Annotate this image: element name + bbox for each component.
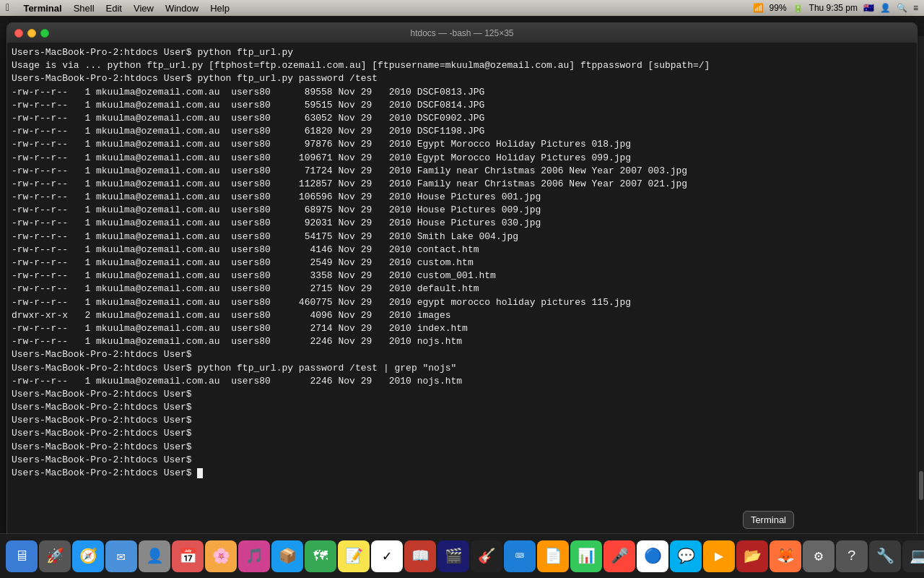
dock-item-4[interactable]: 💻 xyxy=(902,540,924,572)
terminal-line: drwxr-xr-x 2 mkuulma@ozemail.com.au user… xyxy=(12,309,912,322)
terminal-line: -rw-r--r-- 1 mkuulma@ozemail.com.au user… xyxy=(12,243,912,256)
minimize-button[interactable] xyxy=(27,29,36,38)
menubar-clock: Thu 9:35 pm xyxy=(809,3,858,13)
terminal-cursor xyxy=(197,468,203,478)
dock-item-maps[interactable]: 🗺 xyxy=(305,540,336,572)
dock-item-keynote[interactable]: 🎤 xyxy=(603,540,635,572)
terminal-content[interactable]: Users-MacBook-Pro-2:htdocs User$ python … xyxy=(7,43,917,542)
terminal-line: -rw-r--r-- 1 mkuulma@ozemail.com.au user… xyxy=(12,375,912,388)
terminal-line: Users-MacBook-Pro-2:htdocs User$ python … xyxy=(12,362,912,375)
terminal-line: Users-MacBook-Pro-2:htdocs User$ xyxy=(12,388,912,401)
dock-item-garageband[interactable]: 🎸 xyxy=(471,540,502,572)
menubar-battery-icon: 🔋 xyxy=(793,3,803,13)
terminal-line: -rw-r--r-- 1 mkuulma@ozemail.com.au user… xyxy=(12,165,912,178)
terminal-line: Users-MacBook-Pro-2:htdocs User$ xyxy=(12,401,912,414)
dock-item-launchpad[interactable]: 🚀 xyxy=(39,540,71,572)
terminal-line: -rw-r--r-- 1 mkuulma@ozemail.com.au user… xyxy=(12,138,912,151)
terminal-line: -rw-r--r-- 1 mkuulma@ozemail.com.au user… xyxy=(12,86,912,99)
menubar-search-icon[interactable]: 🔍 xyxy=(897,3,907,13)
dock-item-reminders[interactable]: ✓ xyxy=(371,540,403,572)
terminal-tooltip: Terminal xyxy=(743,511,794,529)
terminal-line: -rw-r--r-- 1 mkuulma@ozemail.com.au user… xyxy=(12,230,912,243)
terminal-line: -rw-r--r-- 1 mkuulma@ozemail.com.au user… xyxy=(12,204,912,217)
dock-item-firefox[interactable]: 🦊 xyxy=(770,540,801,572)
dock-item-chrome[interactable]: 🔵 xyxy=(637,540,668,572)
dock-item-vlc[interactable]: ▶ xyxy=(703,540,735,572)
dock-item-pages[interactable]: 📄 xyxy=(537,540,569,572)
dock-item-3[interactable]: 🔧 xyxy=(869,540,901,572)
menu-view[interactable]: View xyxy=(134,3,154,14)
terminal-line-last: Users-MacBook-Pro-2:htdocs User$ xyxy=(12,467,912,480)
menubar-list-icon[interactable]: ≡ xyxy=(913,3,918,13)
terminal-line: -rw-r--r-- 1 mkuulma@ozemail.com.au user… xyxy=(12,99,912,112)
terminal-line: -rw-r--r-- 1 mkuulma@ozemail.com.au user… xyxy=(12,322,912,335)
terminal-line: -rw-r--r-- 1 mkuulma@ozemail.com.au user… xyxy=(12,125,912,138)
terminal-line: -rw-r--r-- 1 mkuulma@ozemail.com.au user… xyxy=(12,296,912,309)
menubar-right: 📶 99% 🔋 Thu 9:35 pm 🇦🇺 👤 🔍 ≡ xyxy=(753,3,918,13)
dock-item-appstore[interactable]: 📦 xyxy=(271,540,303,572)
dock-item-xcode[interactable]: ⌨ xyxy=(504,540,536,572)
dock-item-system-prefs[interactable]: ⚙ xyxy=(803,540,834,572)
dock-item-book[interactable]: 📖 xyxy=(404,540,436,572)
terminal-window: htdocs — -bash — 125×35 Users-MacBook-Pr… xyxy=(6,22,918,543)
terminal-line: -rw-r--r-- 1 mkuulma@ozemail.com.au user… xyxy=(12,256,912,269)
terminal-line: Users-MacBook-Pro-2:htdocs User$ python … xyxy=(12,46,912,59)
menubar-user-icon[interactable]: 👤 xyxy=(880,3,891,13)
terminal-line: -rw-r--r-- 1 mkuulma@ozemail.com.au user… xyxy=(12,282,912,296)
dock-item-safari[interactable]: 🧭 xyxy=(72,540,104,572)
terminal-line: Users-MacBook-Pro-2:htdocs User$ xyxy=(12,414,912,427)
terminal-line: -rw-r--r-- 1 mkuulma@ozemail.com.au user… xyxy=(12,178,912,191)
terminal-line: -rw-r--r-- 1 mkuulma@ozemail.com.au user… xyxy=(12,269,912,282)
terminal-line: Users-MacBook-Pro-2:htdocs User$ xyxy=(12,348,912,361)
terminal-line: Users-MacBook-Pro-2:htdocs User$ xyxy=(12,454,912,467)
menubar-flag-icon[interactable]: 🇦🇺 xyxy=(863,3,874,13)
terminal-line: -rw-r--r-- 1 mkuulma@ozemail.com.au user… xyxy=(12,152,912,165)
close-button[interactable] xyxy=(14,29,23,38)
terminal-line: Users-MacBook-Pro-2:htdocs User$ python … xyxy=(12,72,912,85)
dock-item-calendar[interactable]: 📅 xyxy=(172,540,204,572)
terminal-line: -rw-r--r-- 1 mkuulma@ozemail.com.au user… xyxy=(12,335,912,348)
title-bar: htdocs — -bash — 125×35 xyxy=(7,23,917,43)
dock: 🖥 🚀 🧭 ✉ 👤 📅 🌸 🎵 📦 🗺 📝 ✓ 📖 🎬 🎸 ⌨ 📄 📊 🎤 🔵 … xyxy=(0,533,924,578)
dock-item-contacts[interactable]: 👤 xyxy=(139,540,170,572)
dock-item-imovie[interactable]: 🎬 xyxy=(437,540,469,572)
menubar-airport-icon[interactable]: 📶 xyxy=(753,3,764,13)
terminal-line: -rw-r--r-- 1 mkuulma@ozemail.com.au user… xyxy=(12,112,912,125)
terminal-line: Users-MacBook-Pro-2:htdocs User$ xyxy=(12,427,912,440)
menu-shell[interactable]: Shell xyxy=(74,3,95,14)
menubar-battery: 99% xyxy=(770,3,787,13)
terminal-line: Usage is via ... python ftp_url.py [ftph… xyxy=(12,59,912,72)
dock-item-finder[interactable]: 🖥 xyxy=(6,540,38,572)
dock-item-help[interactable]: ? xyxy=(836,540,868,572)
menu-help[interactable]: Help xyxy=(210,3,230,14)
window-controls xyxy=(14,29,49,38)
dock-item-notes[interactable]: 📝 xyxy=(338,540,370,572)
menu-edit[interactable]: Edit xyxy=(106,3,122,14)
menu-window[interactable]: Window xyxy=(165,3,199,14)
terminal-line: -rw-r--r-- 1 mkuulma@ozemail.com.au user… xyxy=(12,217,912,230)
menubar:  Terminal Shell Edit View Window Help 📶… xyxy=(0,0,924,16)
terminal-line: Users-MacBook-Pro-2:htdocs User$ xyxy=(12,441,912,454)
apple-menu[interactable]:  xyxy=(6,2,12,14)
menu-terminal[interactable]: Terminal xyxy=(23,3,61,14)
dock-item-skype[interactable]: 💬 xyxy=(670,540,702,572)
maximize-button[interactable] xyxy=(40,29,49,38)
dock-item-mail[interactable]: ✉ xyxy=(105,540,137,572)
dock-item-itunes[interactable]: 🎵 xyxy=(238,540,270,572)
dock-item-filezilla[interactable]: 📂 xyxy=(736,540,768,572)
window-title: htdocs — -bash — 125×35 xyxy=(410,28,513,38)
dock-item-photos[interactable]: 🌸 xyxy=(205,540,237,572)
terminal-line: -rw-r--r-- 1 mkuulma@ozemail.com.au user… xyxy=(12,191,912,204)
dock-item-numbers[interactable]: 📊 xyxy=(570,540,602,572)
